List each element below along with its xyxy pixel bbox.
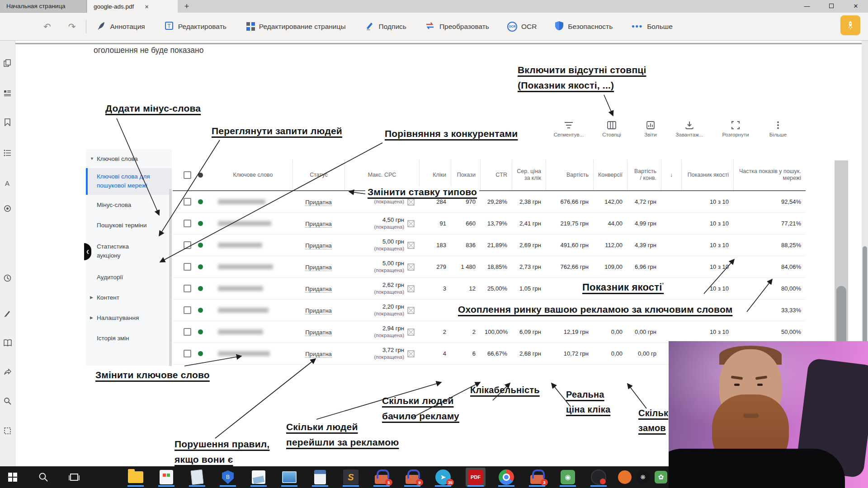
col-search-impr-share[interactable]: Частка показів у пошук. мережі — [733, 160, 806, 190]
taskbar-icon-dark-app[interactable] — [589, 468, 609, 487]
security-button[interactable]: Безопасность — [555, 21, 613, 33]
sidebar-scrollbar[interactable] — [169, 189, 172, 366]
maximize-button[interactable] — [819, 0, 844, 12]
stamp-panel-icon[interactable] — [0, 201, 15, 216]
history-panel-icon[interactable] — [0, 270, 15, 286]
taskbar-icon-lock-app-2[interactable]: 9 — [402, 468, 422, 487]
col-cost[interactable]: Вартість — [546, 160, 593, 190]
thumbnails-panel-icon[interactable] — [0, 85, 15, 101]
sidebar-item-negative-keywords[interactable]: Мінус-слова — [86, 195, 172, 215]
taskbar-icon-lock-app-1[interactable]: 5 — [372, 468, 392, 487]
tab-close-icon[interactable]: × — [145, 3, 149, 10]
taskbar-icon-paint[interactable] — [249, 468, 269, 487]
row-checkbox[interactable] — [173, 198, 195, 206]
more-button[interactable]: ••• Больше — [632, 22, 673, 31]
taskbar-icon-sharex[interactable]: S — [341, 468, 361, 487]
annotation-button[interactable]: Аннотация — [96, 21, 145, 33]
taskbar-icon-store[interactable] — [156, 468, 176, 487]
sidebar-item-audiences[interactable]: Аудиторії — [86, 267, 172, 287]
col-keyword[interactable]: Ключове слово — [213, 172, 292, 178]
annotation-add-negative: Додати мінус-слова — [105, 103, 201, 114]
sidebar-item-search-terms[interactable]: Пошукові терміни — [86, 215, 172, 235]
taskbar-icon-pdf-editor-active[interactable]: PDF — [466, 468, 486, 487]
bookmarks-panel-icon[interactable] — [0, 114, 15, 130]
undo-icon[interactable]: ↶ — [43, 21, 51, 32]
tab-document[interactable]: google-ads.pdf × — [87, 0, 178, 13]
col-max-cpc[interactable]: Макс. CPC — [344, 160, 419, 190]
taskbar-icon-obs[interactable]: ❋ — [633, 468, 653, 487]
sidebar-item-auction-insights[interactable]: Статистика аукціону — [86, 235, 145, 267]
taskbar-icon-telegram[interactable]: ➤35 — [433, 468, 453, 487]
taskbar-icon-photos[interactable] — [279, 468, 299, 487]
row-checkbox[interactable] — [173, 263, 195, 271]
outline-panel-icon[interactable] — [0, 145, 15, 160]
share-panel-icon[interactable] — [0, 364, 15, 380]
minimize-button[interactable]: — — [795, 0, 819, 12]
reports-button[interactable]: Звіти — [633, 121, 668, 137]
tab-document-label: google-ads.pdf — [94, 3, 134, 10]
table-row[interactable]: Придатна (покращена) 284 970 29,28% 2,38… — [173, 191, 806, 213]
ocr-button[interactable]: OCR OCR — [507, 22, 537, 32]
sidebar-item-keywords-root[interactable]: ▼ Ключові слова — [86, 149, 172, 162]
table-more-button[interactable]: Більше — [760, 121, 796, 137]
start-button[interactable] — [3, 468, 23, 487]
tab-home[interactable]: Начальная страница — [0, 0, 87, 13]
text-panel-icon[interactable]: A — [0, 175, 15, 191]
taskbar-icon-lock-app-3[interactable]: 3 — [527, 468, 547, 487]
row-checkbox[interactable] — [173, 241, 195, 249]
convert-button[interactable]: Преобразовать — [425, 21, 489, 33]
taskbar-icon-notepad[interactable] — [187, 468, 207, 487]
col-quality-score[interactable]: Показник якості — [681, 160, 733, 190]
table-row[interactable]: Придатна 4,50 грн(покращена) 91 660 13,7… — [173, 213, 806, 235]
edit-button[interactable]: T Редактировать — [164, 21, 226, 33]
taskbar-icon-green-app[interactable]: ✿ — [651, 468, 671, 487]
book-panel-icon[interactable] — [0, 335, 15, 351]
taskbar-icon-shield-app[interactable]: B — [218, 468, 238, 487]
taskbar-search-button[interactable] — [33, 468, 53, 487]
col-avg-cpc[interactable]: Сер. ціна за клік — [512, 160, 546, 190]
sort-arrow-icon[interactable]: ↓ — [661, 160, 681, 190]
row-checkbox[interactable] — [173, 285, 195, 292]
sidebar-item-settings[interactable]: ▶ Налаштування — [86, 308, 172, 328]
pen-panel-icon[interactable] — [0, 305, 15, 321]
redo-icon[interactable]: ↷ — [68, 21, 76, 32]
row-checkbox[interactable] — [173, 306, 195, 314]
segment-button[interactable]: Сегментув... — [547, 121, 590, 137]
col-clicks[interactable]: Кліки — [419, 160, 451, 190]
pages-panel-icon[interactable] — [0, 55, 15, 70]
sign-button[interactable]: Подпись — [365, 21, 406, 33]
taskbar-icon-file-explorer[interactable] — [126, 468, 146, 487]
taskbar-icon-calculator[interactable] — [310, 468, 330, 487]
col-conversions[interactable]: Конверсії — [593, 160, 627, 190]
table-row[interactable]: Придатна 5,00 грн(покращена) 183 836 21,… — [173, 235, 806, 256]
download-button[interactable]: Завантаж... — [668, 121, 711, 137]
new-tab-button[interactable]: + — [181, 1, 193, 12]
sidebar-item-search-keywords[interactable]: Ключові слова для пошукової мережі — [86, 168, 172, 195]
col-cost-per-conv[interactable]: Вартість / конв. — [627, 160, 661, 190]
table-row[interactable]: Придатна 2,94 грн(покращена) 2 2 100,00%… — [173, 321, 806, 343]
upgrade-rocket-button[interactable] — [840, 15, 860, 35]
col-impressions[interactable]: Покази — [451, 160, 480, 190]
pdf-icon: PDF — [468, 469, 483, 485]
table-row[interactable]: Придатна 5,00 грн(покращена) 279 1 480 1… — [173, 256, 806, 278]
taskbar-icon-chrome[interactable] — [496, 468, 516, 487]
sidebar-item-change-history[interactable]: Історія змін — [86, 328, 172, 348]
expand-button[interactable]: Розгорнути — [711, 121, 760, 137]
close-button[interactable]: ✕ — [844, 0, 868, 12]
col-ctr[interactable]: CTR — [480, 160, 512, 190]
task-view-button[interactable] — [64, 468, 84, 487]
page-edit-button[interactable]: Редактирование страницы — [246, 22, 346, 31]
snapshot-panel-icon[interactable] — [0, 423, 15, 438]
sidebar-item-content[interactable]: ▶ Контент — [86, 287, 172, 308]
taskbar-icon-orange-app[interactable] — [615, 468, 635, 487]
row-checkbox[interactable] — [173, 220, 195, 227]
ocr-label: OCR — [521, 23, 537, 31]
row-checkbox[interactable] — [173, 328, 195, 336]
columns-button[interactable]: Стовпці — [590, 121, 633, 137]
taskbar-icon-camera-app[interactable]: ◉ — [558, 468, 578, 487]
search-panel-icon[interactable] — [0, 393, 15, 408]
header-checkbox[interactable] — [173, 171, 195, 179]
col-status[interactable]: Статус — [292, 160, 344, 190]
row-checkbox[interactable] — [173, 350, 195, 357]
table-row[interactable]: Придатна 2,62 грн(покращена) 3 12 25,00%… — [173, 278, 806, 300]
